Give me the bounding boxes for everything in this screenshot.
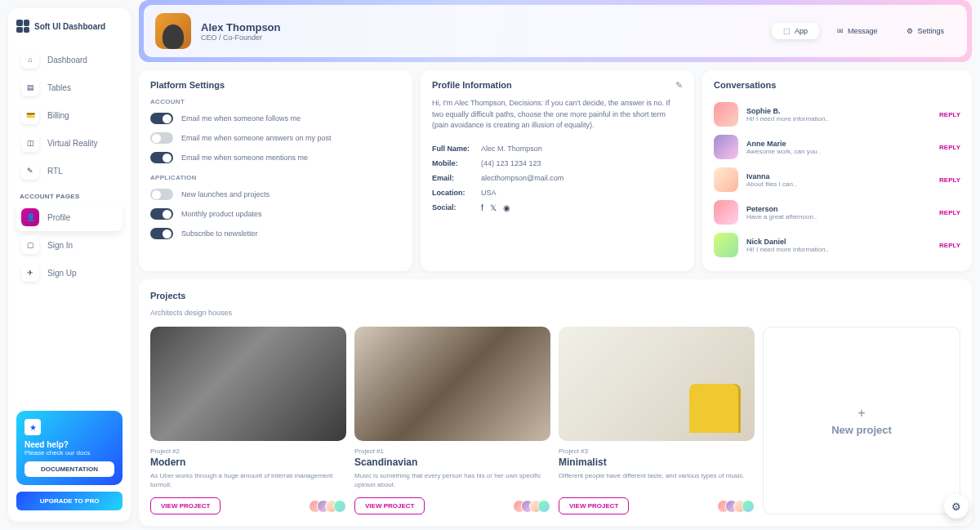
profile-name: Alex Thompson — [201, 21, 281, 33]
project-image — [559, 327, 755, 441]
signin-icon: ▢ — [21, 236, 39, 254]
help-card: ★ Need help? Please check our docs DOCUM… — [16, 411, 122, 485]
plus-icon: + — [858, 406, 865, 421]
nav-profile[interactable]: 👤Profile — [16, 203, 122, 231]
signup-icon: ✈ — [21, 264, 39, 282]
tab-label: App — [795, 27, 808, 35]
nav-section-label: ACCOUNT PAGES — [20, 193, 119, 200]
cube-icon: ⬚ — [783, 27, 791, 35]
twitter-icon[interactable]: 𝕏 — [490, 203, 497, 212]
nav-tables[interactable]: ▤Tables — [16, 73, 122, 101]
toggle-follows[interactable] — [150, 113, 173, 124]
project-description: As Uber works through a huge amount of i… — [150, 471, 346, 489]
edit-icon[interactable]: ✎ — [675, 80, 683, 91]
info-location-label: Location: — [432, 189, 481, 197]
conv-msg: Hi! I need more information.. — [746, 115, 829, 122]
nav-label: Sign Up — [47, 269, 77, 278]
view-project-button[interactable]: VIEW PROJECT — [559, 497, 629, 514]
project-modern: Project #2 Modern As Uber works through … — [150, 327, 346, 514]
toggle-updates[interactable] — [150, 208, 173, 220]
card-title: Conversations — [714, 80, 960, 90]
toggle-mentions[interactable] — [150, 152, 173, 163]
brand[interactable]: Soft UI Dashboard — [16, 20, 122, 33]
info-location: USA — [481, 189, 497, 197]
section-account: ACCOUNT — [150, 98, 401, 105]
card-title: Projects — [150, 291, 960, 301]
setting-label: Email me when someone follows me — [181, 114, 301, 122]
nav-billing[interactable]: 💳Billing — [16, 101, 122, 129]
setting-newsletter: Subscribe to newsletter — [150, 224, 401, 243]
upgrade-button[interactable]: UPGRADE TO PRO — [16, 492, 122, 510]
reply-button[interactable]: REPLY — [939, 144, 960, 151]
profile-info-card: Profile Information ✎ Hi, I'm Alec Thomp… — [421, 70, 694, 271]
conv-msg: Have a great afternoon.. — [746, 213, 817, 220]
conversation-item: IvannaAbout files I can..REPLY — [714, 163, 960, 196]
nav-signin[interactable]: ▢Sign In — [16, 231, 122, 259]
rtl-icon: ✎ — [21, 162, 39, 180]
nav-signup[interactable]: ✈Sign Up — [16, 259, 122, 287]
toggle-answers[interactable] — [150, 132, 173, 144]
nav-label: Dashboard — [47, 56, 87, 65]
tab-label: Message — [848, 27, 878, 35]
team-avatars — [513, 500, 550, 513]
view-project-button[interactable]: VIEW PROJECT — [354, 497, 425, 514]
setting-label: New launches and projects — [181, 190, 270, 198]
setting-mentions: Email me when someone mentions me — [150, 148, 401, 167]
conv-msg: Awesome work, can you.. — [746, 148, 821, 155]
avatar — [714, 167, 738, 192]
profile-icon: 👤 — [21, 208, 39, 226]
conversation-item: Sophie B.Hi! I need more information..RE… — [714, 98, 960, 131]
info-social-label: Social: — [432, 203, 481, 212]
setting-answers: Email me when someone answers on my post — [150, 128, 401, 148]
profile-avatar — [155, 13, 191, 49]
nav-dashboard[interactable]: ⌂Dashboard — [16, 46, 122, 73]
nav-vr[interactable]: ◫Virtual Reality — [16, 129, 122, 157]
platform-settings-card: Platform Settings ACCOUNT Email me when … — [139, 70, 412, 271]
avatar — [714, 135, 738, 159]
nav-rtl[interactable]: ✎RTL — [16, 157, 122, 185]
tab-app[interactable]: ⬚App — [772, 23, 819, 39]
avatar — [714, 233, 738, 257]
header-tabs: ⬚App ✉Message ⚙Settings — [772, 23, 956, 39]
brand-icon — [16, 20, 29, 33]
documentation-button[interactable]: DOCUMENTATION — [24, 461, 114, 477]
reply-button[interactable]: REPLY — [939, 111, 960, 118]
tables-icon: ▤ — [21, 78, 39, 96]
project-scandinavian: Project #1 Scandinavian Music is somethi… — [354, 327, 550, 514]
tab-settings[interactable]: ⚙Settings — [895, 23, 956, 39]
view-project-button[interactable]: VIEW PROJECT — [150, 497, 220, 514]
avatar — [714, 102, 738, 127]
new-project-label: New project — [831, 424, 892, 436]
info-mobile: (44) 123 1234 123 — [481, 159, 541, 167]
setting-launches: New launches and projects — [150, 185, 401, 204]
setting-updates: Monthly product updates — [150, 204, 401, 224]
avatar — [714, 200, 738, 225]
project-image — [150, 327, 346, 441]
toggle-launches[interactable] — [150, 189, 173, 200]
nav-label: Virtual Reality — [47, 139, 98, 148]
new-project-button[interactable]: + New project — [763, 327, 960, 514]
reply-button[interactable]: REPLY — [939, 242, 960, 249]
conv-name: Ivanna — [746, 172, 796, 180]
reply-button[interactable]: REPLY — [939, 176, 960, 184]
card-title: Platform Settings — [150, 80, 401, 90]
project-number: Project #3 — [559, 448, 755, 455]
section-application: APPLICATION — [150, 174, 401, 181]
project-description: Music is something that every person has… — [354, 471, 550, 489]
settings-fab[interactable]: ⚙ — [944, 494, 969, 519]
sidebar: Soft UI Dashboard ⌂Dashboard ▤Tables 💳Bi… — [8, 8, 131, 522]
conv-name: Peterson — [746, 205, 817, 213]
project-number: Project #1 — [354, 448, 550, 455]
profile-header: Alex Thompson CEO / Co-Founder ⬚App ✉Mes… — [139, 0, 972, 62]
tab-label: Settings — [917, 27, 944, 35]
reply-button[interactable]: REPLY — [939, 209, 960, 216]
facebook-icon[interactable]: f — [481, 203, 483, 212]
instagram-icon[interactable]: ◉ — [503, 203, 510, 212]
nav-label: Profile — [47, 213, 70, 222]
tab-message[interactable]: ✉Message — [826, 23, 889, 39]
vr-icon: ◫ — [21, 134, 39, 152]
toggle-newsletter[interactable] — [150, 228, 173, 239]
gear-icon: ⚙ — [906, 27, 913, 35]
main-content: Alex Thompson CEO / Co-Founder ⬚App ✉Mes… — [136, 0, 980, 530]
envelope-icon: ✉ — [837, 27, 844, 35]
